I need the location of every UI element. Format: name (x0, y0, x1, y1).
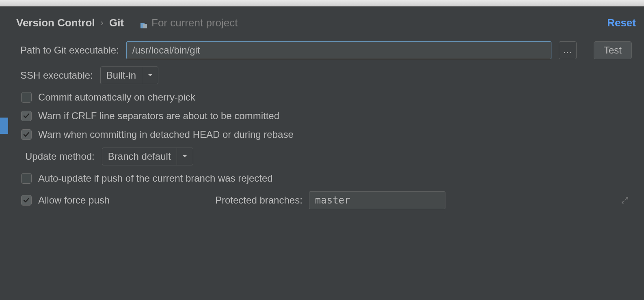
update-method-dropdown[interactable]: Branch default (102, 148, 193, 165)
cherry-pick-checkbox[interactable] (21, 92, 32, 103)
header-row: Version Control › Git For current projec… (8, 6, 644, 37)
ssh-executable-dropdown[interactable]: Built-in (100, 66, 158, 84)
scope-indicator: For current project (140, 17, 238, 29)
crlf-warn-label[interactable]: Warn if CRLF line separators are about t… (38, 110, 279, 122)
detached-warn-label[interactable]: Warn when committing in detached HEAD or… (38, 129, 294, 140)
chevron-down-icon (177, 148, 193, 165)
update-method-row: Update method: Branch default (20, 148, 632, 165)
chevron-down-icon (142, 67, 158, 84)
breadcrumb-parent[interactable]: Version Control (16, 17, 95, 29)
auto-update-label[interactable]: Auto-update if push of the current branc… (38, 173, 273, 184)
window-titlebar: Preferences (0, 0, 644, 6)
crlf-warn-checkbox[interactable] (21, 111, 32, 121)
main-panel: Version Control › Git For current projec… (0, 6, 644, 300)
scope-label: For current project (151, 17, 238, 29)
svg-rect-1 (143, 24, 147, 28)
project-scope-icon (140, 19, 147, 27)
detached-warn-row: Warn when committing in detached HEAD or… (20, 129, 632, 140)
breadcrumb-separator: › (101, 18, 104, 28)
ellipsis-icon: ... (563, 45, 572, 56)
reset-button[interactable]: Reset (607, 17, 636, 29)
force-push-row: Allow force push Protected branches: (20, 191, 632, 209)
protected-branches-label: Protected branches: (215, 195, 303, 206)
update-method-label: Update method: (25, 151, 95, 162)
test-button[interactable]: Test (594, 41, 632, 59)
protected-branches-input[interactable] (309, 191, 445, 209)
breadcrumb: Version Control › Git (16, 17, 124, 29)
git-path-row: Path to Git executable: ... Test (20, 41, 632, 59)
left-gutter (0, 6, 8, 300)
expand-icon (621, 197, 629, 204)
git-path-label: Path to Git executable: (20, 45, 119, 56)
force-push-checkbox[interactable] (21, 195, 32, 206)
ssh-executable-value: Built-in (101, 67, 142, 84)
cherry-pick-label[interactable]: Commit automatically on cherry-pick (38, 92, 195, 103)
update-method-value: Branch default (102, 148, 177, 165)
auto-update-checkbox[interactable] (21, 173, 32, 184)
force-push-label[interactable]: Allow force push (38, 195, 209, 206)
cherry-pick-row: Commit automatically on cherry-pick (20, 92, 632, 103)
auto-update-row: Auto-update if push of the current branc… (20, 173, 632, 184)
browse-button[interactable]: ... (559, 41, 577, 59)
crlf-warn-row: Warn if CRLF line separators are about t… (20, 110, 632, 122)
selection-indicator (0, 118, 8, 134)
ssh-executable-label: SSH executable: (20, 70, 93, 81)
detached-warn-checkbox[interactable] (21, 129, 32, 140)
breadcrumb-current: Git (109, 17, 124, 29)
git-path-input[interactable] (126, 41, 551, 59)
ssh-executable-row: SSH executable: Built-in (20, 66, 632, 84)
